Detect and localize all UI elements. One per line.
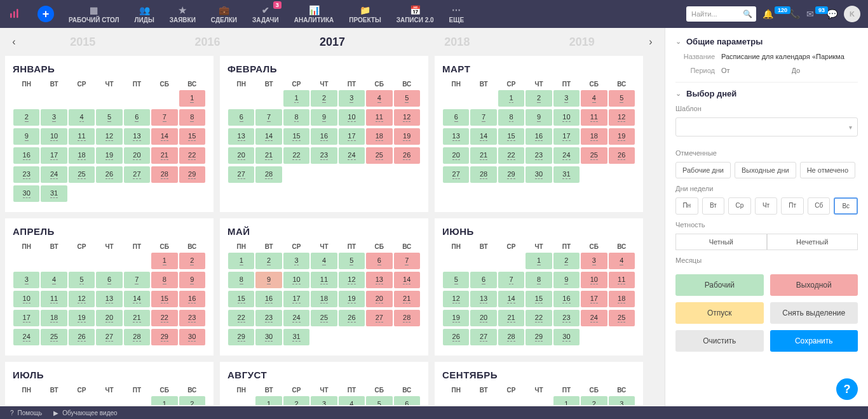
save-button[interactable]: Сохранить: [770, 330, 858, 352]
day-cell[interactable]: 28: [470, 166, 496, 183]
nav-item[interactable]: ⋯ЕЩЕ: [442, 0, 472, 28]
day-cell[interactable]: 3: [283, 253, 309, 269]
day-cell[interactable]: 3: [311, 396, 337, 405]
day-cell[interactable]: 13: [470, 291, 496, 307]
day-cell[interactable]: 1: [498, 90, 524, 107]
day-cell[interactable]: 2: [255, 253, 281, 269]
day-cell[interactable]: 20: [228, 147, 254, 164]
day-cell[interactable]: 23: [13, 166, 39, 183]
day-cell[interactable]: 12: [69, 291, 95, 307]
day-cell[interactable]: 4: [69, 109, 95, 126]
period-to-input[interactable]: [792, 65, 858, 76]
day-cell[interactable]: 18: [41, 310, 67, 326]
day-cell[interactable]: 3: [41, 109, 67, 126]
clear-selection-button[interactable]: Снять выделение: [770, 302, 858, 324]
day-cell[interactable]: 26: [69, 329, 95, 345]
day-cell[interactable]: 6: [394, 396, 420, 405]
notifications-messages[interactable]: ✉93 💬: [806, 9, 837, 19]
day-cell[interactable]: 15: [498, 128, 524, 145]
day-cell[interactable]: 24: [339, 147, 365, 164]
day-cell[interactable]: 20: [470, 310, 496, 326]
day-cell[interactable]: 25: [41, 329, 67, 345]
day-cell[interactable]: 1: [228, 253, 254, 269]
dow-chip[interactable]: Пн: [675, 197, 698, 215]
day-cell[interactable]: 15: [151, 291, 177, 307]
day-cell[interactable]: 6: [228, 109, 254, 126]
day-cell[interactable]: 28: [124, 329, 150, 345]
day-cell[interactable]: 4: [339, 396, 365, 405]
day-cell[interactable]: 18: [366, 128, 392, 145]
day-cell[interactable]: 15: [526, 291, 552, 307]
search-icon[interactable]: 🔍: [743, 10, 752, 18]
day-cell[interactable]: 19: [69, 310, 95, 326]
day-cell[interactable]: 31: [283, 329, 309, 345]
day-cell[interactable]: 9: [526, 109, 552, 126]
dow-chip[interactable]: Чт: [755, 197, 778, 215]
day-cell[interactable]: 7: [124, 272, 150, 288]
day-cell[interactable]: 8: [283, 109, 309, 126]
nav-item[interactable]: ✔ЗАДАЧИ3: [245, 0, 287, 28]
day-cell[interactable]: 26: [394, 147, 420, 164]
day-cell[interactable]: 19: [96, 147, 122, 164]
parity-chip[interactable]: Четный: [675, 234, 767, 250]
day-cell[interactable]: 22: [179, 147, 205, 164]
day-cell[interactable]: 4: [366, 90, 392, 107]
day-cell[interactable]: 11: [609, 272, 635, 288]
day-cell[interactable]: 9: [553, 272, 580, 288]
dow-chip[interactable]: Сб: [808, 197, 831, 215]
day-cell[interactable]: 16: [13, 147, 39, 164]
day-cell[interactable]: 5: [609, 90, 635, 107]
day-cell[interactable]: 16: [255, 291, 281, 307]
day-cell[interactable]: 4: [609, 253, 635, 269]
day-cell[interactable]: 7: [255, 109, 281, 126]
day-cell[interactable]: 9: [179, 272, 205, 288]
day-cell[interactable]: 17: [13, 310, 39, 326]
day-cell[interactable]: 9: [13, 128, 39, 145]
day-cell[interactable]: 19: [339, 291, 365, 307]
dow-chip[interactable]: Вс: [834, 197, 858, 215]
nav-item[interactable]: 💼СДЕЛКИ: [203, 0, 245, 28]
day-cell[interactable]: 6: [470, 272, 496, 288]
day-cell[interactable]: 5: [69, 272, 95, 288]
day-cell[interactable]: 18: [609, 291, 635, 307]
section-header-days[interactable]: ⌄Выбор дней: [675, 89, 858, 98]
day-cell[interactable]: 11: [311, 272, 337, 288]
day-cell[interactable]: 29: [498, 166, 524, 183]
day-cell[interactable]: 19: [443, 310, 469, 326]
nav-item[interactable]: 📅ЗАПИСИ 2.0: [389, 0, 442, 28]
day-cell[interactable]: 12: [96, 128, 122, 145]
day-cell[interactable]: 17: [553, 128, 580, 145]
day-cell[interactable]: 28: [498, 329, 524, 345]
day-cell[interactable]: 24: [553, 147, 580, 164]
year-option[interactable]: 2019: [569, 36, 595, 49]
day-cell[interactable]: 30: [179, 329, 205, 345]
day-cell[interactable]: 23: [526, 147, 552, 164]
day-cell[interactable]: 10: [581, 272, 607, 288]
day-cell[interactable]: 30: [13, 185, 39, 202]
day-cell[interactable]: 23: [311, 147, 337, 164]
day-cell[interactable]: 24: [41, 166, 67, 183]
day-cell[interactable]: 30: [255, 329, 281, 345]
day-cell[interactable]: 8: [526, 272, 552, 288]
day-cell[interactable]: 3: [581, 253, 607, 269]
day-cell[interactable]: 21: [255, 147, 281, 164]
parity-chip[interactable]: Нечетный: [767, 234, 858, 250]
day-cell[interactable]: 6: [124, 109, 150, 126]
day-cell[interactable]: 11: [366, 109, 392, 126]
off-button[interactable]: Выходной: [770, 274, 858, 296]
day-cell[interactable]: 14: [470, 128, 496, 145]
day-cell[interactable]: 13: [124, 128, 150, 145]
day-cell[interactable]: 26: [96, 166, 122, 183]
day-cell[interactable]: 2: [13, 109, 39, 126]
section-header-general[interactable]: ⌄Общие параметры: [675, 37, 858, 46]
template-select[interactable]: ▾: [675, 117, 858, 136]
day-cell[interactable]: 19: [609, 128, 635, 145]
day-cell[interactable]: 4: [581, 90, 607, 107]
day-cell[interactable]: 20: [96, 310, 122, 326]
logo[interactable]: [0, 0, 31, 28]
day-cell[interactable]: 24: [283, 310, 309, 326]
day-cell[interactable]: 31: [41, 185, 67, 202]
name-value[interactable]: Расписание для календаря «Парикма: [721, 53, 858, 60]
day-cell[interactable]: 4: [41, 272, 67, 288]
day-cell[interactable]: 1: [553, 396, 580, 405]
